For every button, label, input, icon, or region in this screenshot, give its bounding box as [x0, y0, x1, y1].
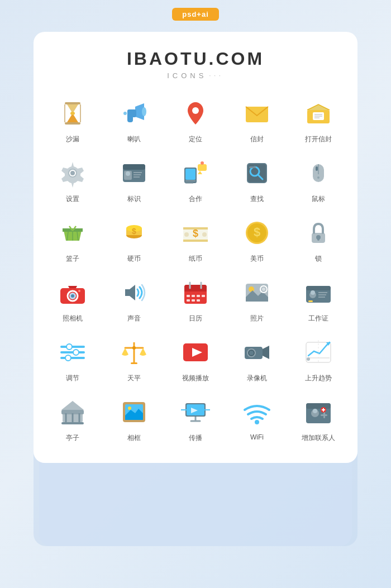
- card-subtitle: ICONS ···: [45, 71, 346, 80]
- icon-item-id-card: 工作证: [290, 275, 346, 323]
- svg-rect-35: [249, 166, 256, 168]
- icon-box-pavilion: [55, 394, 90, 430]
- icon-item-badge-id: 标识: [106, 155, 162, 204]
- icon-item-dollar: $ 美币: [229, 215, 285, 264]
- svg-point-98: [132, 346, 136, 350]
- icon-box-photo: [239, 275, 275, 310]
- svg-point-28: [201, 161, 204, 165]
- svg-rect-129: [306, 403, 331, 409]
- svg-rect-75: [192, 299, 195, 302]
- svg-rect-19: [123, 164, 145, 170]
- icon-box-adjust: [55, 334, 90, 370]
- icon-item-camera: 照相机: [45, 275, 101, 323]
- svg-rect-58: [317, 237, 320, 241]
- icon-box-trend: [301, 334, 336, 370]
- icon-item-recorder: 录像机: [229, 334, 285, 383]
- icon-item-megaphone: 喇叭: [106, 95, 162, 144]
- icon-item-lock: 锁: [290, 215, 346, 264]
- icon-label-camera: 照相机: [63, 314, 83, 323]
- icon-box-wifi: [239, 394, 275, 430]
- icon-item-photo-frame: 相框: [106, 394, 162, 443]
- svg-rect-74: [187, 299, 190, 302]
- svg-point-8: [192, 107, 199, 114]
- icon-label-id-card: 工作证: [308, 314, 328, 323]
- icon-box-balance: [116, 334, 152, 370]
- icon-label-trend: 上升趋势: [305, 374, 332, 383]
- icon-item-calendar: 日历: [168, 275, 223, 323]
- svg-rect-88: [308, 300, 313, 302]
- svg-point-62: [71, 294, 74, 298]
- icon-box-lock: [301, 215, 336, 251]
- icon-item-add-contact: 增加联系人: [290, 394, 346, 443]
- icon-box-sound: [116, 275, 152, 310]
- icon-box-location: [178, 95, 213, 131]
- icon-item-search: 查找: [229, 155, 285, 204]
- icon-label-broadcast: 传播: [189, 433, 202, 443]
- icon-item-trend: 上升趋势: [290, 334, 346, 383]
- icon-label-open-envelope: 打开信封: [305, 135, 332, 144]
- icon-label-photo-frame: 相框: [127, 433, 141, 443]
- icon-box-mouse: [301, 155, 336, 191]
- svg-point-104: [249, 351, 254, 355]
- svg-point-94: [65, 355, 71, 361]
- svg-point-52: [202, 232, 207, 237]
- icon-label-recorder: 录像机: [247, 374, 267, 383]
- svg-point-80: [262, 288, 265, 291]
- svg-point-2: [70, 112, 75, 115]
- svg-point-108: [307, 357, 310, 361]
- icon-label-location: 定位: [189, 135, 202, 144]
- svg-text:$: $: [132, 227, 136, 236]
- icon-item-location: 定位: [168, 95, 223, 144]
- svg-rect-72: [197, 295, 200, 297]
- svg-point-24: [126, 171, 130, 176]
- svg-rect-67: [184, 288, 207, 291]
- icon-item-coin: $ 硬币: [106, 215, 162, 264]
- icon-item-mouse: 鼠标: [290, 155, 346, 204]
- icon-box-search: [239, 155, 275, 191]
- icon-label-calendar: 日历: [189, 314, 202, 323]
- icon-box-envelope: [239, 95, 275, 131]
- icon-box-dollar: $: [239, 215, 275, 251]
- icon-label-lock: 锁: [315, 254, 322, 264]
- card-title: IBAOTU.COM: [45, 49, 346, 69]
- svg-rect-71: [192, 295, 195, 297]
- icon-label-add-contact: 增加联系人: [302, 433, 335, 443]
- icon-label-cooperation: 合作: [189, 194, 202, 204]
- icon-label-pavilion: 亭子: [66, 433, 79, 443]
- svg-point-93: [73, 350, 79, 355]
- decorative-dots: ···: [209, 73, 223, 79]
- svg-marker-112: [61, 401, 84, 410]
- icon-label-hourglass: 沙漏: [66, 135, 79, 144]
- icon-label-basket: 篮子: [66, 254, 79, 264]
- svg-point-7: [123, 112, 127, 115]
- svg-marker-102: [263, 346, 269, 359]
- svg-rect-76: [197, 299, 200, 302]
- icon-label-balance: 天平: [127, 374, 141, 383]
- icon-box-calendar: [178, 275, 213, 310]
- icon-label-paper-money: 纸币: [189, 254, 202, 264]
- icon-item-open-envelope: 打开信封: [290, 95, 346, 144]
- svg-rect-27: [198, 164, 207, 171]
- svg-point-84: [311, 290, 315, 295]
- svg-rect-1: [65, 122, 80, 125]
- icon-label-settings: 设置: [66, 194, 79, 204]
- icon-item-balance: 天平: [106, 334, 162, 383]
- svg-rect-70: [187, 295, 190, 297]
- icon-label-mouse: 鼠标: [312, 194, 325, 204]
- icon-label-dollar: 美币: [250, 254, 264, 264]
- icon-label-envelope: 信封: [250, 135, 264, 144]
- svg-point-92: [66, 344, 72, 350]
- icon-item-pavilion: 亭子: [45, 394, 101, 443]
- icon-item-envelope: 信封: [229, 95, 285, 144]
- svg-rect-38: [316, 166, 318, 171]
- svg-point-6: [142, 107, 146, 116]
- svg-rect-26: [185, 169, 196, 180]
- icon-item-basket: 篮子: [45, 215, 101, 264]
- svg-point-119: [128, 407, 131, 410]
- icon-label-video-play: 视频播放: [182, 374, 209, 383]
- svg-rect-97: [131, 362, 137, 364]
- icon-box-basket: [55, 215, 90, 251]
- icon-item-cooperation: 合作: [168, 155, 223, 204]
- icon-item-settings: 设置: [45, 155, 101, 204]
- icon-box-cooperation: [178, 155, 213, 191]
